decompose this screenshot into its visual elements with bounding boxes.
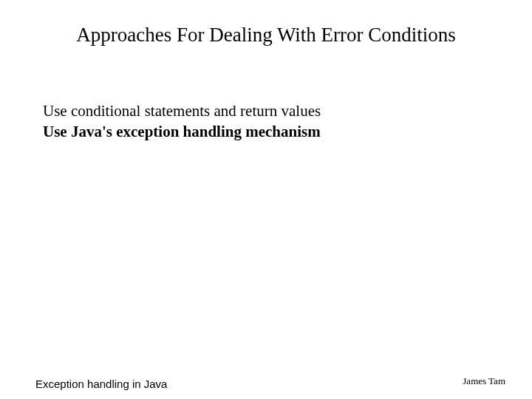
- bullet-2: Use Java's exception handling mechanism: [43, 121, 489, 142]
- bullet-1: Use conditional statements and return va…: [43, 100, 489, 121]
- slide-content: Use conditional statements and return va…: [43, 100, 489, 143]
- footer-right: James Tam: [463, 375, 505, 387]
- slide-title: Approaches For Dealing With Error Condit…: [0, 24, 532, 47]
- footer-left: Exception handling in Java: [35, 378, 167, 390]
- slide-container: Approaches For Dealing With Error Condit…: [0, 0, 532, 399]
